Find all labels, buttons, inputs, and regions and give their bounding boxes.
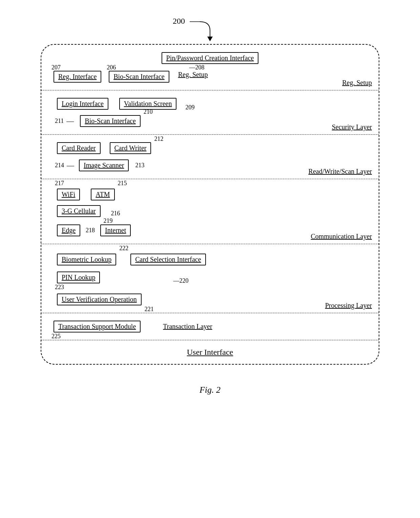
reg-setup-layer-label: Reg. Setup: [342, 79, 372, 87]
card-reader: Card Reader: [57, 142, 101, 154]
user-interface-label: User Interface: [187, 348, 233, 357]
bio-scan-interface-2: Bio-Scan Interface: [80, 115, 140, 127]
layer-ui: User Interface: [41, 340, 379, 364]
svg-text:200: 200: [173, 17, 185, 25]
main-box: Pin/Password Creation Interface 207 Reg.…: [41, 44, 379, 365]
comm-layer-label: Communication Layer: [311, 233, 372, 240]
layer-trans: Transaction Support Module 225 Transacti…: [41, 313, 379, 340]
cellular: 3-G Cellular: [57, 205, 101, 217]
layer-rws: Card Reader 212 Card Writer 214 — Image …: [41, 135, 379, 179]
bio-scan-interface-1: Bio-Scan Interface: [109, 71, 169, 83]
rws-layer-label: Read/Write/Scan Layer: [309, 168, 372, 175]
layer-proc: 222 Biometric Lookup Card Selection Inte…: [41, 244, 379, 313]
biometric-lookup: Biometric Lookup: [57, 254, 116, 265]
layer-reg-setup: Pin/Password Creation Interface 207 Reg.…: [41, 45, 379, 90]
trans-layer-label: Transaction Layer: [163, 323, 212, 330]
login-interface: Login Interface: [57, 98, 108, 110]
internet: Internet: [100, 224, 131, 236]
image-scanner: Image Scanner: [79, 159, 129, 171]
svg-marker-2: [207, 37, 213, 41]
security-layer-label: Security Layer: [332, 123, 372, 131]
layer-security: Login Interface Validation Screen 209 21…: [41, 90, 379, 135]
top-arrow-area: 200: [41, 14, 379, 44]
wifi: WiFi: [57, 189, 80, 200]
edge: Edge: [57, 224, 80, 236]
card-writer: Card Writer: [110, 142, 151, 154]
user-verification: User Verification Operation: [57, 294, 142, 305]
reg-interface: Reg. Interface: [54, 71, 101, 83]
pin-password-creation: Pin/Password Creation Interface: [162, 52, 259, 64]
proc-layer-label: Processing Layer: [325, 302, 372, 309]
fig-label: Fig. 2: [200, 385, 220, 395]
diagram-wrapper: Pin/Password Creation Interface 207 Reg.…: [41, 44, 379, 365]
card-selection-interface: Card Selection Interface: [130, 254, 206, 265]
diagram-container: 200 Pin/Password Creation Interface 207 …: [20, 14, 400, 395]
layer-comm: 217 WiFi 215 ATM 3-G Cellular 219 216: [41, 179, 379, 244]
pin-lookup: PIN Lookup: [57, 272, 100, 283]
reg-setup-label: Reg. Setup: [178, 71, 208, 79]
transaction-support: Transaction Support Module: [54, 321, 141, 332]
validation-screen: Validation Screen: [119, 98, 177, 110]
atm: ATM: [91, 189, 114, 200]
